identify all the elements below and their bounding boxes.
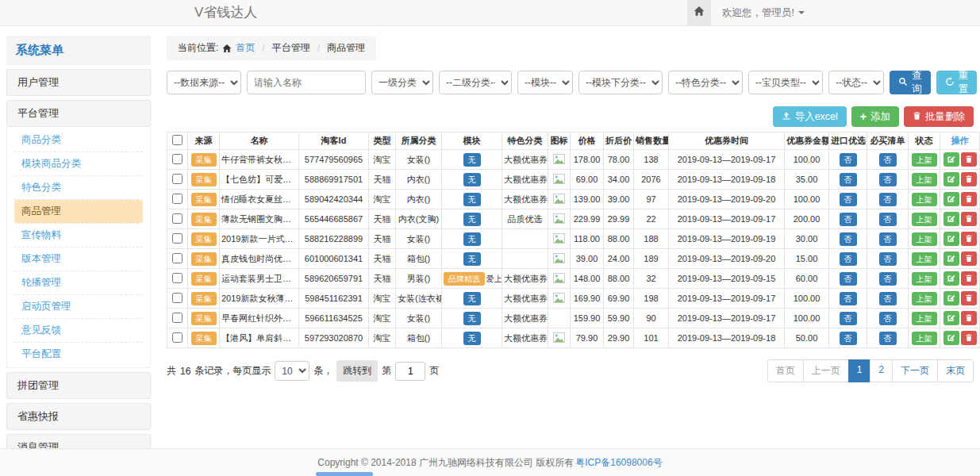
row-checkbox[interactable]	[172, 332, 183, 343]
sidebar-item-link[interactable]: 意见反馈	[14, 319, 143, 342]
page-last-button[interactable]: 末页	[937, 359, 974, 382]
status-badge[interactable]: 上架	[912, 153, 937, 167]
filter-select[interactable]: --二级分类--	[439, 71, 512, 94]
row-checkbox[interactable]	[172, 253, 183, 263]
edit-button[interactable]	[943, 331, 959, 345]
filter-select[interactable]: 一级分类	[371, 71, 433, 94]
delete-button[interactable]	[961, 271, 977, 286]
delete-button[interactable]	[961, 291, 977, 305]
status-badge[interactable]: 上架	[912, 232, 937, 246]
sidebar-group-header[interactable]: 消息管理	[6, 434, 151, 448]
per-page-select[interactable]: 10	[275, 361, 309, 381]
query-button[interactable]: 查询	[890, 71, 931, 94]
import-select-badge[interactable]: 否	[840, 193, 857, 206]
horizontal-scrollbar-thumb[interactable]	[316, 472, 373, 476]
filter-select[interactable]: --数据来源--	[167, 71, 241, 94]
sidebar-group-header[interactable]: 平台管理	[6, 100, 151, 127]
sidebar-item-link[interactable]: 宣传物料	[14, 224, 143, 247]
must-buy-badge[interactable]: 否	[879, 312, 897, 325]
must-buy-badge[interactable]: 否	[879, 193, 897, 206]
filter-select[interactable]: --状态--	[828, 71, 884, 94]
import-select-badge[interactable]: 否	[840, 153, 857, 167]
row-checkbox[interactable]	[172, 273, 183, 283]
delete-button[interactable]	[961, 172, 977, 186]
must-buy-badge[interactable]: 否	[879, 173, 897, 186]
sidebar-item-link[interactable]: 商品分类	[14, 129, 143, 152]
must-buy-badge[interactable]: 否	[879, 232, 897, 246]
import-excel-button[interactable]: 导入excel	[773, 106, 847, 127]
edit-button[interactable]	[943, 232, 959, 246]
must-buy-badge[interactable]: 否	[879, 332, 897, 345]
delete-button[interactable]	[961, 152, 977, 167]
page-next-button[interactable]: 下一页	[892, 359, 938, 382]
row-checkbox[interactable]	[172, 194, 183, 204]
add-button[interactable]: + 添加	[851, 106, 899, 127]
import-select-badge[interactable]: 否	[840, 232, 857, 246]
filter-select[interactable]: --宝贝类型--	[748, 71, 823, 94]
status-badge[interactable]: 上架	[912, 332, 937, 345]
row-checkbox[interactable]	[172, 313, 183, 323]
user-menu[interactable]: 欢迎您，管理员!	[722, 6, 805, 20]
status-badge[interactable]: 上架	[912, 272, 937, 286]
breadcrumb-home-link[interactable]: 首页	[236, 41, 255, 55]
filter-select[interactable]: --模块--	[517, 71, 573, 94]
jump-page-input[interactable]	[395, 362, 425, 381]
home-button[interactable]	[687, 0, 711, 25]
sidebar-item-link[interactable]: 版本管理	[14, 248, 143, 271]
import-select-badge[interactable]: 否	[840, 292, 857, 305]
status-badge[interactable]: 上架	[912, 213, 937, 226]
row-checkbox[interactable]	[172, 233, 183, 244]
sidebar-group-header[interactable]: 拼团管理	[6, 372, 151, 399]
name-search-input[interactable]	[247, 71, 366, 94]
import-select-badge[interactable]: 否	[840, 213, 857, 226]
sidebar-item-link[interactable]: 商品管理	[14, 200, 143, 223]
page-number-button[interactable]: 2	[870, 359, 893, 382]
must-buy-badge[interactable]: 否	[879, 153, 897, 167]
status-badge[interactable]: 上架	[912, 173, 937, 186]
sidebar-item-link[interactable]: 模块商品分类	[14, 152, 143, 175]
filter-select[interactable]: --特色分类--	[668, 71, 743, 94]
icp-link[interactable]: 粤ICP备16098006号	[575, 456, 662, 470]
must-buy-badge[interactable]: 否	[879, 292, 897, 305]
page-first-button[interactable]: 首页	[767, 359, 804, 382]
edit-button[interactable]	[943, 271, 959, 286]
row-checkbox[interactable]	[172, 213, 183, 224]
edit-button[interactable]	[943, 172, 959, 186]
delete-button[interactable]	[961, 192, 977, 206]
delete-button[interactable]	[961, 251, 977, 266]
must-buy-badge[interactable]: 否	[879, 213, 897, 226]
sidebar-group-header[interactable]: 省惠快报	[6, 403, 151, 430]
sidebar-item-link[interactable]: 轮播管理	[14, 271, 143, 294]
sidebar-item-link[interactable]: 启动页管理	[14, 295, 143, 318]
delete-button[interactable]	[961, 232, 977, 246]
delete-button[interactable]	[961, 311, 977, 325]
import-select-badge[interactable]: 否	[840, 173, 857, 186]
row-checkbox[interactable]	[172, 293, 183, 303]
edit-button[interactable]	[943, 251, 959, 266]
import-select-badge[interactable]: 否	[840, 312, 857, 325]
sidebar-item-link[interactable]: 平台配置	[14, 343, 143, 366]
must-buy-badge[interactable]: 否	[879, 252, 897, 266]
page-number-button[interactable]: 1	[848, 359, 871, 382]
status-badge[interactable]: 上架	[912, 312, 937, 325]
edit-button[interactable]	[943, 152, 959, 167]
row-checkbox[interactable]	[172, 174, 183, 184]
import-select-badge[interactable]: 否	[840, 332, 857, 345]
status-badge[interactable]: 上架	[912, 292, 937, 305]
delete-button[interactable]	[961, 331, 977, 345]
reset-button[interactable]: 重置	[936, 71, 978, 94]
delete-button[interactable]	[961, 212, 977, 226]
edit-button[interactable]	[943, 291, 959, 305]
status-badge[interactable]: 上架	[912, 252, 937, 266]
edit-button[interactable]	[943, 192, 959, 206]
jump-button[interactable]: 跳转到	[336, 360, 378, 382]
import-select-badge[interactable]: 否	[840, 252, 857, 266]
edit-button[interactable]	[943, 212, 959, 226]
status-badge[interactable]: 上架	[912, 193, 937, 206]
sidebar-group-header[interactable]: 用户管理	[6, 69, 151, 96]
page-prev-button[interactable]: 上一页	[803, 359, 849, 382]
import-select-badge[interactable]: 否	[840, 272, 857, 286]
batch-delete-button[interactable]: 批量删除	[904, 106, 974, 127]
sidebar-item-link[interactable]: 特色分类	[14, 176, 143, 199]
edit-button[interactable]	[943, 311, 959, 325]
